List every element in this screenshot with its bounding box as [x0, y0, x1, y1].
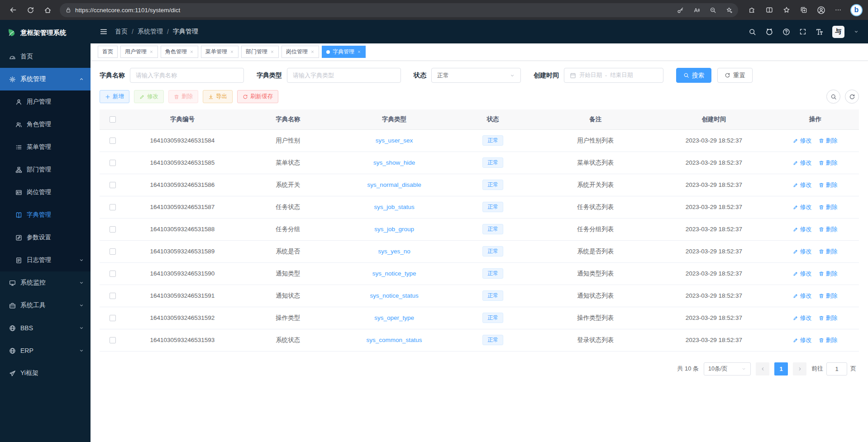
- close-icon[interactable]: [270, 50, 274, 54]
- dict-type-link[interactable]: sys_notice_status: [370, 292, 418, 299]
- delete-link[interactable]: 删除: [819, 159, 837, 167]
- sidebar-item-yi[interactable]: Yi框架: [0, 362, 91, 385]
- close-icon[interactable]: [190, 50, 194, 54]
- dict-type-link[interactable]: sys_yes_no: [378, 248, 410, 255]
- row-checkbox[interactable]: [110, 337, 116, 343]
- tab-post[interactable]: 岗位管理: [281, 46, 319, 58]
- dict-name-input[interactable]: [136, 72, 238, 79]
- edit-button[interactable]: 修改: [134, 90, 164, 103]
- dict-type-link[interactable]: sys_notice_type: [372, 270, 416, 277]
- collections-icon[interactable]: [796, 3, 811, 17]
- edit-link[interactable]: 修改: [793, 159, 811, 167]
- refresh-cache-button[interactable]: 刷新缓存: [237, 90, 278, 103]
- tab-user[interactable]: 用户管理: [120, 46, 158, 58]
- sidebar-item-home[interactable]: 首页: [0, 45, 91, 68]
- sidebar-item-erp[interactable]: ERP: [0, 339, 91, 362]
- zoom-out-icon[interactable]: [706, 4, 719, 16]
- date-range-picker[interactable]: 开始日期 - 结束日期: [564, 68, 663, 83]
- select-all-checkbox[interactable]: [110, 116, 116, 123]
- tab-dept[interactable]: 部门管理: [241, 46, 279, 58]
- close-icon[interactable]: [230, 50, 234, 54]
- edit-link[interactable]: 修改: [793, 292, 811, 300]
- delete-link[interactable]: 删除: [819, 181, 837, 189]
- close-icon[interactable]: [357, 50, 361, 54]
- dict-type-link[interactable]: sys_user_sex: [376, 137, 413, 144]
- read-aloud-icon[interactable]: [690, 4, 703, 16]
- row-checkbox[interactable]: [110, 160, 116, 166]
- row-checkbox[interactable]: [110, 315, 116, 321]
- edit-link[interactable]: 修改: [793, 181, 811, 189]
- tab-menu[interactable]: 菜单管理: [201, 46, 238, 58]
- close-icon[interactable]: [149, 50, 153, 54]
- edit-link[interactable]: 修改: [793, 225, 811, 233]
- status-select[interactable]: 正常: [431, 68, 521, 83]
- delete-link[interactable]: 删除: [819, 270, 837, 278]
- row-checkbox[interactable]: [110, 204, 116, 210]
- url-text[interactable]: https://ccnetcore.com:1101/system/dict: [75, 7, 670, 14]
- edit-link[interactable]: 修改: [793, 203, 811, 211]
- delete-link[interactable]: 删除: [819, 137, 837, 145]
- edit-link[interactable]: 修改: [793, 336, 811, 344]
- row-checkbox[interactable]: [110, 271, 116, 277]
- search-button[interactable]: 搜索: [676, 68, 711, 83]
- sidebar-item-bbs[interactable]: BBS: [0, 317, 91, 339]
- help-icon[interactable]: [782, 28, 790, 36]
- export-button[interactable]: 导出: [203, 90, 233, 103]
- tab-home[interactable]: 首页: [98, 46, 118, 58]
- key-icon[interactable]: [674, 4, 687, 16]
- add-button[interactable]: 新增: [100, 90, 129, 103]
- sidebar-item-menu[interactable]: 菜单管理: [0, 136, 91, 158]
- row-checkbox[interactable]: [110, 248, 116, 255]
- copilot-icon[interactable]: b: [850, 4, 863, 16]
- goto-page-input[interactable]: [826, 362, 847, 375]
- edit-link[interactable]: 修改: [793, 247, 811, 256]
- home-icon[interactable]: [40, 3, 55, 17]
- dict-type-link[interactable]: sys_job_group: [374, 226, 414, 233]
- search-icon[interactable]: [749, 28, 756, 36]
- sidebar-item-log[interactable]: 日志管理: [0, 249, 91, 271]
- dict-type-input[interactable]: [293, 72, 395, 79]
- reset-button[interactable]: 重置: [717, 68, 753, 83]
- add-favorite-icon[interactable]: [723, 4, 735, 16]
- delete-link[interactable]: 删除: [819, 203, 837, 211]
- prev-page-button[interactable]: [756, 362, 769, 375]
- dict-type-link[interactable]: sys_oper_type: [374, 314, 414, 321]
- sidebar-item-dict[interactable]: 字典管理: [0, 204, 91, 226]
- avatar-logo[interactable]: 与: [832, 26, 844, 38]
- github-icon[interactable]: [765, 28, 773, 36]
- fullscreen-icon[interactable]: [799, 28, 806, 35]
- delete-link[interactable]: 删除: [819, 336, 837, 344]
- edit-link[interactable]: 修改: [793, 270, 811, 278]
- row-checkbox[interactable]: [110, 293, 116, 299]
- more-icon[interactable]: [830, 3, 846, 17]
- edit-link[interactable]: 修改: [793, 314, 811, 322]
- address-bar[interactable]: https://ccnetcore.com:1101/system/dict: [60, 3, 738, 17]
- breadcrumb-item[interactable]: 系统管理: [138, 28, 163, 36]
- app-logo[interactable]: 意框架管理系统: [0, 20, 91, 45]
- sidebar-item-post[interactable]: 岗位管理: [0, 181, 91, 204]
- delete-link[interactable]: 删除: [819, 292, 837, 300]
- breadcrumb-item[interactable]: 首页: [115, 28, 128, 36]
- dict-type-link[interactable]: sys_show_hide: [373, 159, 415, 166]
- back-icon[interactable]: [5, 3, 21, 17]
- delete-link[interactable]: 删除: [819, 247, 837, 256]
- toggle-search-button[interactable]: [826, 90, 840, 104]
- sidebar-item-system[interactable]: 系统管理: [0, 68, 91, 90]
- dict-type-link[interactable]: sys_normal_disable: [367, 181, 421, 188]
- favorites-bar-icon[interactable]: [779, 3, 794, 17]
- row-checkbox[interactable]: [110, 138, 116, 144]
- extensions-icon[interactable]: [744, 3, 760, 17]
- current-page-button[interactable]: 1: [774, 362, 788, 375]
- row-checkbox[interactable]: [110, 226, 116, 233]
- page-size-select[interactable]: 10条/页: [704, 362, 751, 375]
- dict-type-link[interactable]: sys_common_status: [367, 337, 422, 343]
- delete-link[interactable]: 删除: [819, 314, 837, 322]
- sidebar-item-config[interactable]: 参数设置: [0, 226, 91, 249]
- dict-type-link[interactable]: sys_job_status: [374, 204, 414, 210]
- refresh-table-button[interactable]: [845, 90, 859, 104]
- split-screen-icon[interactable]: [762, 3, 777, 17]
- close-icon[interactable]: [310, 50, 315, 54]
- row-checkbox[interactable]: [110, 182, 116, 188]
- sidebar-item-user[interactable]: 用户管理: [0, 90, 91, 113]
- delete-button[interactable]: 删除: [168, 90, 198, 103]
